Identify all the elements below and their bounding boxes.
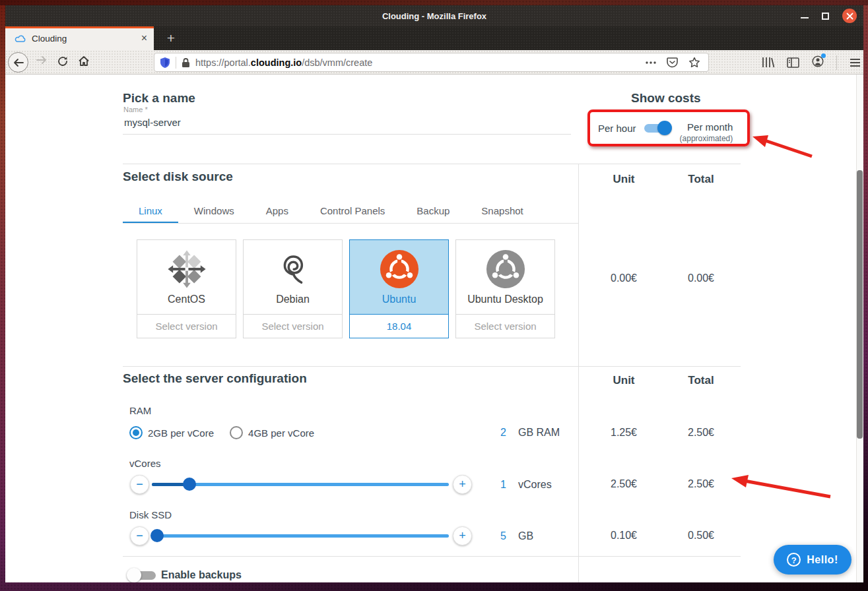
vcores-slider-thumb[interactable] [183, 478, 196, 491]
vcores-plus-button[interactable]: + [453, 475, 472, 494]
total-header: Total [688, 374, 714, 387]
disk-total-cost: 0.00€ [688, 272, 714, 284]
menu-icon[interactable] [850, 58, 861, 67]
reload-button[interactable] [57, 55, 69, 67]
back-button[interactable] [8, 52, 28, 73]
new-tab-button[interactable]: + [160, 26, 182, 50]
os-card-debian[interactable]: Debian Select version [243, 239, 343, 338]
vcores-unit: vCores [518, 479, 552, 491]
divider-vertical [578, 164, 579, 582]
help-chat-label: Hello! [807, 554, 838, 566]
disk-minus-button[interactable]: − [130, 526, 149, 545]
ram-total-cost: 2.50€ [688, 427, 714, 439]
disk-unit: GB [518, 530, 533, 542]
total-header: Total [688, 173, 714, 186]
pocket-icon[interactable] [667, 57, 678, 68]
vcores-total-cost: 2.50€ [688, 478, 714, 490]
per-hour-label: Per hour [598, 123, 636, 134]
home-button[interactable] [78, 55, 90, 67]
select-version-button[interactable]: Select version [244, 315, 342, 338]
name-input[interactable]: mysql-server [124, 117, 181, 128]
vcores-value: 1 [490, 479, 506, 491]
tab-apps[interactable]: Apps [250, 198, 304, 223]
ubuntu-version[interactable]: 18.04 [350, 315, 448, 338]
approximated-note: (approximated) [680, 134, 733, 143]
title-bar: Clouding - Mozilla Firefox [5, 5, 863, 26]
tab-bar: Clouding × + [5, 26, 863, 50]
enable-backups-label: Enable backups [161, 569, 242, 581]
select-version-button[interactable]: Select version [456, 315, 554, 338]
os-card-ubuntu[interactable]: Ubuntu 18.04 [349, 239, 449, 338]
lock-icon [182, 57, 190, 68]
unit-header: Unit [613, 374, 634, 387]
annotation-red-box: Per hour Per month (approximated) [587, 109, 750, 146]
tab-backup[interactable]: Backup [401, 198, 465, 223]
divider [123, 366, 741, 367]
enable-backups-toggle[interactable] [127, 568, 156, 582]
disk-unit-cost: 0.00€ [611, 272, 637, 284]
page-content: Pick a name Name * mysql-server Show cos… [5, 75, 863, 582]
tab-close-icon[interactable]: × [141, 33, 147, 44]
vcores-slider[interactable]: − + [130, 475, 473, 495]
scrollbar-thumb[interactable] [857, 170, 863, 439]
disk-plus-button[interactable]: + [453, 526, 472, 545]
show-costs-heading: Show costs [631, 91, 701, 106]
url-bar[interactable]: https://portal.clouding.io/dsb/vmm/creat… [154, 53, 709, 72]
tabs-underline [123, 223, 578, 224]
radio-4gb[interactable] [230, 426, 243, 439]
disk-slider-thumb[interactable] [150, 529, 164, 542]
close-button[interactable] [842, 9, 857, 23]
account-notification-dot [821, 53, 826, 58]
forward-icon [36, 55, 48, 65]
name-input-underline [123, 134, 571, 135]
os-card-name: Ubuntu [382, 294, 417, 305]
os-card-centos[interactable]: CentOS Select version [137, 239, 236, 338]
bookmark-star-icon[interactable] [688, 57, 700, 68]
ram-unit-cost: 1.25€ [611, 427, 637, 439]
per-month-label: Per month [687, 121, 733, 133]
radio-2gb[interactable] [129, 426, 143, 439]
ram-options: 2GB per vCore 4GB per vCore [129, 426, 330, 439]
back-icon [13, 58, 24, 67]
os-card-name: CentOS [168, 294, 205, 305]
disk-slider[interactable]: − + [130, 526, 473, 546]
os-card-name: Ubuntu Desktop [467, 294, 543, 305]
disk-total-cost: 0.50€ [688, 530, 714, 542]
ubuntu-desktop-logo [485, 249, 526, 290]
minimize-button[interactable] [801, 17, 809, 18]
tab-title: Clouding [32, 34, 141, 44]
disk-value: 5 [490, 530, 506, 542]
divider [123, 556, 741, 557]
page-actions-icon[interactable] [646, 61, 656, 64]
os-card-ubuntu-desktop[interactable]: Ubuntu Desktop Select version [455, 239, 555, 338]
costs-period-toggle[interactable] [644, 121, 671, 135]
vcores-unit-cost: 2.50€ [611, 478, 637, 490]
disk-ssd-label: Disk SSD [129, 509, 172, 520]
vcores-label: vCores [129, 458, 161, 469]
navigation-toolbar: https://portal.clouding.io/dsb/vmm/creat… [5, 50, 863, 75]
select-version-button[interactable]: Select version [137, 315, 236, 338]
urlbar-separator [176, 57, 176, 69]
vcores-minus-button[interactable]: − [130, 475, 149, 494]
library-icon[interactable] [762, 57, 774, 68]
radio-4gb-label: 4GB per vCore [248, 427, 314, 439]
tab-clouding[interactable]: Clouding × [5, 26, 154, 50]
tab-control-panels[interactable]: Control Panels [304, 198, 401, 223]
window-title: Clouding - Mozilla Firefox [382, 11, 486, 21]
disk-source-heading: Select disk source [123, 170, 233, 184]
help-chat-button[interactable]: ? Hello! [774, 545, 851, 575]
maximize-button[interactable] [822, 13, 829, 20]
ram-value: 2 [490, 427, 506, 439]
debian-logo [273, 249, 314, 290]
reload-icon [57, 55, 69, 67]
forward-button[interactable] [36, 55, 48, 65]
sidebar-icon[interactable] [787, 57, 799, 68]
tab-snapshot[interactable]: Snapshot [465, 198, 539, 223]
tab-windows[interactable]: Windows [178, 198, 250, 223]
disk-source-tabs: Linux Windows Apps Control Panels Backup… [123, 198, 539, 223]
ram-unit: GB RAM [518, 427, 560, 439]
close-icon [846, 13, 853, 20]
server-config-heading: Select the server configuration [123, 371, 307, 386]
tab-linux[interactable]: Linux [123, 198, 178, 223]
firefox-window: Clouding - Mozilla Firefox Clouding × + [5, 5, 863, 582]
